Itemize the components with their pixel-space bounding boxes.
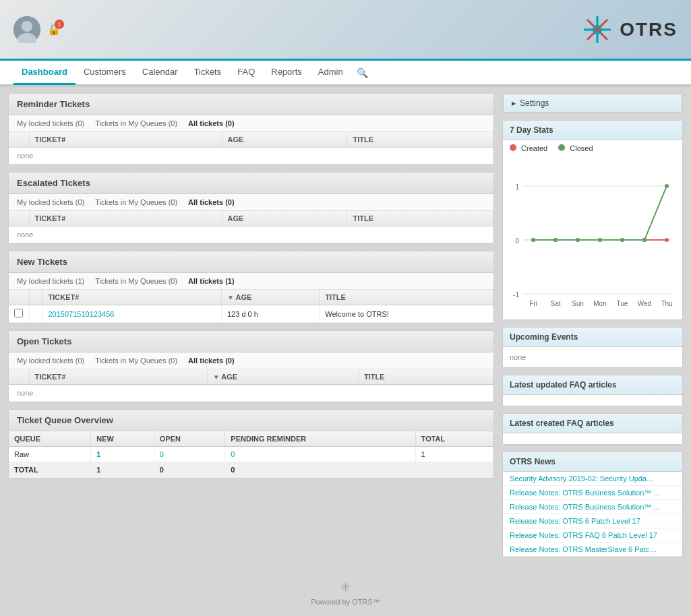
notification-bell[interactable]: 🔒 1 <box>47 23 61 36</box>
news-link[interactable]: Release Notes: OTRS MasterSlave 6 Patc… <box>510 545 657 553</box>
news-link[interactable]: Release Notes: OTRS Business Solution™ … <box>510 503 661 511</box>
svg-point-29 <box>553 238 558 242</box>
ticket-link[interactable]: 2015071510123456 <box>49 310 115 318</box>
th-cb-esc <box>9 211 29 226</box>
nav-customers[interactable]: Customers <box>76 61 134 85</box>
escalated-tickets-section: Escalated Tickets My locked tickets (0) … <box>8 172 494 244</box>
escalated-tickets-tabs: My locked tickets (0) Tickets in My Queu… <box>9 194 493 211</box>
footer-text: Powered by OTRS™ <box>13 598 678 606</box>
queue-pending-link[interactable]: 0 <box>231 450 235 458</box>
th-title-esc: TITLE <box>347 211 493 226</box>
news-item: Release Notes: OTRS MasterSlave 6 Patc… <box>503 543 682 557</box>
escalated-tab-queues[interactable]: Tickets in My Queues (0) <box>95 198 177 206</box>
queue-pending: 0 <box>225 447 415 462</box>
queue-total-new: 1 <box>91 462 154 478</box>
svg-text:0: 0 <box>515 237 519 245</box>
settings-section: ▶ Settings <box>502 93 683 113</box>
queue-overview-title: Ticket Queue Overview <box>9 410 493 431</box>
queue-total-row: TOTAL 1 0 0 <box>9 462 493 478</box>
th-cb-new <box>9 290 29 305</box>
row-age: 123 d 0 h <box>221 305 319 323</box>
new-tab-locked[interactable]: My locked tickets (1) <box>17 277 84 285</box>
queue-open: 0 <box>154 447 225 462</box>
otrs-news-section: OTRS News Security Advisory 2019-02: Sec… <box>502 452 683 557</box>
row-checkbox[interactable] <box>9 305 29 323</box>
escalated-tickets-table: TICKET# AGE TITLE none <box>9 211 493 243</box>
upcoming-events-title: Upcoming Events <box>503 328 682 347</box>
svg-text:Sun: Sun <box>572 300 584 307</box>
reminder-tab-locked[interactable]: My locked tickets (0) <box>17 119 84 127</box>
svg-text:1: 1 <box>515 183 519 191</box>
main-nav: Dashboard Customers Calendar Tickets FAQ… <box>0 61 691 85</box>
escalated-tab-locked[interactable]: My locked tickets (0) <box>17 198 84 206</box>
reminder-tickets-table: TICKET# AGE TITLE none <box>9 132 493 164</box>
queue-open-link[interactable]: 0 <box>160 450 164 458</box>
news-item: Security Advisory 2019-02: Security Upda… <box>503 472 682 486</box>
queue-new-link[interactable]: 1 <box>96 450 100 458</box>
open-tickets-title: Open Tickets <box>9 331 493 352</box>
news-link[interactable]: Security Advisory 2019-02: Security Upda… <box>510 474 654 483</box>
header-left: 🔒 1 <box>13 16 61 43</box>
reminder-tickets-tabs: My locked tickets (0) Tickets in My Queu… <box>9 115 493 132</box>
th-queue: QUEUE <box>9 431 91 447</box>
chart-container: 1 0 -1 Fri Sat Sun Mon Tue Wed Thu <box>503 156 682 319</box>
footer: ✳ Powered by OTRS™ <box>0 565 691 616</box>
reminder-tickets-title: Reminder Tickets <box>9 94 493 115</box>
escalated-none-text: none <box>9 226 493 243</box>
open-tab-all[interactable]: All tickets (0) <box>188 357 234 365</box>
open-tickets-section: Open Tickets My locked tickets (0) Ticke… <box>8 330 494 402</box>
th-age-open: ▼ AGE <box>207 369 358 385</box>
nav-tickets[interactable]: Tickets <box>186 61 230 85</box>
avatar[interactable] <box>13 16 40 43</box>
table-row: 2015071510123456 123 d 0 h Welcome to OT… <box>9 305 493 323</box>
open-tab-locked[interactable]: My locked tickets (0) <box>17 357 84 365</box>
stats-chart: 1 0 -1 Fri Sat Sun Mon Tue Wed Thu <box>510 159 677 314</box>
nav-faq[interactable]: FAQ <box>229 61 263 85</box>
th-ticket-num: TICKET# <box>29 132 222 148</box>
th-ticket-num-esc: TICKET# <box>29 211 222 226</box>
svg-text:Tue: Tue <box>617 300 628 307</box>
news-link[interactable]: Release Notes: OTRS Business Solution™ … <box>510 489 661 497</box>
th-total-q: TOTAL <box>415 431 493 447</box>
otrs-news-title: OTRS News <box>503 452 682 472</box>
th-flag-new <box>29 290 42 305</box>
new-tab-all[interactable]: All tickets (1) <box>188 277 234 285</box>
new-tickets-table: TICKET# ▼ AGE TITLE 2015071510123456 <box>9 290 493 323</box>
faq-updated-section: Latest updated FAQ articles <box>502 375 683 406</box>
reminder-tab-all[interactable]: All tickets (0) <box>188 119 234 127</box>
svg-point-28 <box>531 238 535 242</box>
nav-calendar[interactable]: Calendar <box>134 61 186 85</box>
th-ticket-num-open: TICKET# <box>29 369 207 385</box>
nav-dashboard[interactable]: Dashboard <box>13 61 76 85</box>
reminder-tab-queues[interactable]: Tickets in My Queues (0) <box>95 119 177 127</box>
news-link[interactable]: Release Notes: OTRS 6 Patch Level 17 <box>510 517 640 525</box>
svg-text:Wed: Wed <box>638 300 651 307</box>
nav-reports[interactable]: Reports <box>263 61 310 85</box>
search-icon[interactable]: 🔍 <box>357 67 368 78</box>
news-link[interactable]: Release Notes: OTRS FAQ 6 Patch Level 17 <box>510 531 657 539</box>
svg-point-32 <box>620 238 624 242</box>
open-tickets-table: TICKET# ▼ AGE TITLE none <box>9 369 493 402</box>
svg-text:-1: -1 <box>513 291 519 299</box>
reminder-tickets-section: Reminder Tickets My locked tickets (0) T… <box>8 93 494 165</box>
faq-created-section: Latest created FAQ articles <box>502 413 683 445</box>
news-item: Release Notes: OTRS Business Solution™ … <box>503 500 682 514</box>
new-tab-queues[interactable]: Tickets in My Queues (0) <box>95 277 177 285</box>
escalated-tab-all[interactable]: All tickets (0) <box>188 198 234 206</box>
th-cb-open <box>9 369 29 385</box>
faq-updated-body <box>503 395 682 406</box>
queue-overview-section: Ticket Queue Overview QUEUE NEW OPEN PEN… <box>8 409 494 479</box>
queue-total-pending: 0 <box>225 462 415 478</box>
svg-point-34 <box>665 184 669 188</box>
open-tab-queues[interactable]: Tickets in My Queues (0) <box>95 357 177 365</box>
settings-button[interactable]: ▶ Settings <box>503 94 682 113</box>
open-tickets-tabs: My locked tickets (0) Tickets in My Queu… <box>9 352 493 369</box>
th-title-open: TITLE <box>359 369 493 385</box>
settings-triangle-icon: ▶ <box>512 100 516 106</box>
ticket-checkbox[interactable] <box>14 309 23 317</box>
row-flag <box>29 305 42 323</box>
nav-admin[interactable]: Admin <box>310 61 351 85</box>
new-tickets-tabs: My locked tickets (1) Tickets in My Queu… <box>9 273 493 290</box>
th-cb <box>9 132 29 148</box>
th-open-q: OPEN <box>154 431 225 447</box>
